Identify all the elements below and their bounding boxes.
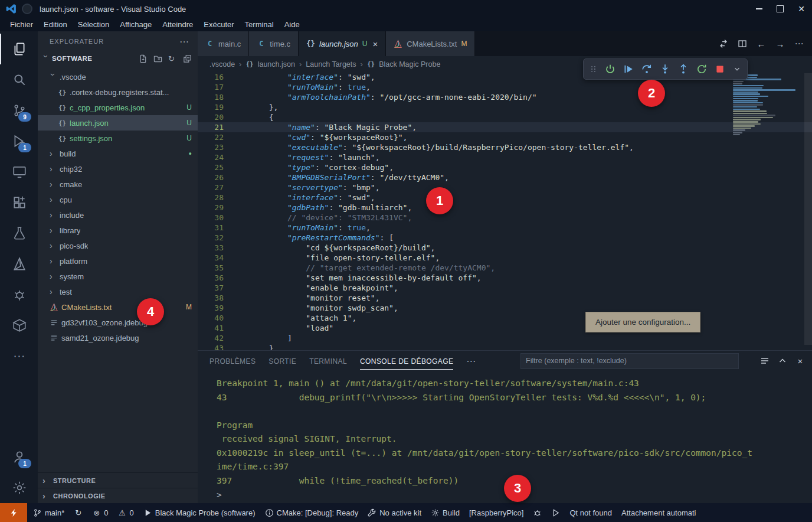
section-header-software[interactable]: › SOFTWARE ↻ xyxy=(38,51,198,66)
tree-item-cpu[interactable]: ›cpu xyxy=(38,192,198,207)
status-item-attachement-automati[interactable]: Attachement automati xyxy=(621,508,696,517)
activitybar-item-bug[interactable] xyxy=(0,279,38,310)
status-item-qt-not-found[interactable]: Qt not found xyxy=(569,508,612,517)
activitybar-item-remote-explorer[interactable] xyxy=(0,156,38,187)
tree-item-system[interactable]: ›system xyxy=(38,269,198,284)
maximize-button[interactable] xyxy=(770,0,791,18)
collapse-all-icon[interactable] xyxy=(183,54,192,63)
status-item-raspberrypico[interactable]: [RaspberryPico] xyxy=(469,508,523,517)
panel-close-icon[interactable]: × xyxy=(795,356,805,366)
activitybar-item-cmake[interactable] xyxy=(0,249,38,279)
tree-item-samd21-ozone-jdebug[interactable]: samd21_ozone.jdebug xyxy=(38,330,198,345)
panel-maximize-icon[interactable] xyxy=(778,356,787,366)
close-button[interactable]: ✕ xyxy=(791,0,812,18)
step-out-icon[interactable] xyxy=(678,64,689,74)
continue-icon[interactable] xyxy=(623,64,634,74)
panel-tab-terminal[interactable]: TERMINAL xyxy=(309,353,347,370)
step-over-icon[interactable] xyxy=(641,64,652,74)
activitybar-item-run-debug[interactable]: 1 xyxy=(0,126,38,156)
remote-indicator[interactable] xyxy=(0,503,27,522)
new-file-icon[interactable] xyxy=(139,54,148,63)
breadcrumb-item-launch-targets[interactable]: Launch Targets xyxy=(306,60,356,68)
section-header-structure[interactable]: ›STRUCTURE xyxy=(38,472,198,488)
status-item-sync[interactable]: ↻ xyxy=(74,508,83,517)
menu-fichier[interactable]: Fichier xyxy=(5,19,38,30)
menu-edition[interactable]: Edition xyxy=(38,19,73,30)
tree-item-test[interactable]: ›test xyxy=(38,284,198,299)
status-item-cmake-debug-ready[interactable]: CMake: [Debug]: Ready xyxy=(265,508,359,517)
tab-main-c[interactable]: Cmain.c xyxy=(198,31,249,56)
section-header-chronologie[interactable]: ›CHRONOLOGIE xyxy=(38,488,198,503)
tree-item-cmakelists-txt[interactable]: CMakeLists.txtM xyxy=(38,299,198,315)
editor-scrollbar[interactable] xyxy=(804,73,812,345)
debug-console-filter-input[interactable] xyxy=(520,353,739,369)
section-label: STRUCTURE xyxy=(53,477,96,484)
tree-item-platform[interactable]: ›platform xyxy=(38,253,198,269)
forward-icon[interactable]: → xyxy=(775,39,785,48)
status-item-bug-sm[interactable] xyxy=(533,508,542,517)
more-h-icon[interactable]: ⋯ xyxy=(794,39,804,48)
status-item-play[interactable] xyxy=(551,508,560,517)
activitybar-item-search[interactable] xyxy=(0,64,38,95)
split-editor-icon[interactable] xyxy=(738,39,747,48)
tree-item-pico-sdk[interactable]: ›pico-sdk xyxy=(38,238,198,253)
restart-icon[interactable] xyxy=(696,64,707,74)
step-into-icon[interactable] xyxy=(660,64,670,74)
tree-item-cmake[interactable]: ›cmake xyxy=(38,177,198,192)
breadcrumb-item-launch-json[interactable]: launch.json xyxy=(258,60,295,68)
status-item-main[interactable]: main* xyxy=(33,508,64,517)
clear-console-icon[interactable] xyxy=(760,356,770,366)
tree-item-library[interactable]: ›library xyxy=(38,223,198,238)
activitybar-item-more[interactable]: ⋯ xyxy=(0,341,38,371)
breadcrumb-item-vscode[interactable]: .vscode xyxy=(209,60,235,68)
compare-icon[interactable] xyxy=(719,39,728,48)
tab-time-c[interactable]: Ctime.c xyxy=(249,31,299,56)
add-configuration-button[interactable]: Ajouter une configuration... xyxy=(585,312,700,332)
back-icon[interactable]: ← xyxy=(757,39,766,48)
tree-item-settings-json[interactable]: {}settings.jsonU xyxy=(38,130,198,146)
chevron-icon[interactable] xyxy=(733,64,741,74)
minimap[interactable] xyxy=(733,74,803,136)
menu-s-lection[interactable]: Sélection xyxy=(73,19,114,30)
activitybar-item-settings[interactable] xyxy=(0,472,38,503)
status-item-0[interactable]: ⊗0 xyxy=(92,508,108,517)
tab-launch-json[interactable]: {}launch.jsonU× xyxy=(299,31,386,56)
status-item-no-active-kit[interactable]: No active kit xyxy=(368,508,421,517)
tree-item-cortex-debug-registers-stat[interactable]: {}.cortex-debug.registers.stat... xyxy=(38,84,198,100)
refresh-icon[interactable]: ↻ xyxy=(168,54,177,63)
tree-item-include[interactable]: ›include xyxy=(38,207,198,223)
code-editor[interactable]: 16 "interface": "swd",17 "runToMain": tr… xyxy=(198,72,812,350)
tree-item-launch-json[interactable]: {}launch.jsonU xyxy=(38,115,198,130)
panel-tab-console-de-d-bogage[interactable]: CONSOLE DE DÉBOGAGE xyxy=(360,353,453,370)
explorer-more-icon[interactable]: ⋯ xyxy=(179,36,189,47)
activitybar-item-source-control[interactable]: 9 xyxy=(0,95,38,126)
menu-affichage[interactable]: Affichage xyxy=(114,19,157,30)
menu-ex-cuter[interactable]: Exécuter xyxy=(198,19,239,30)
power-icon[interactable] xyxy=(605,64,615,74)
stop-icon[interactable] xyxy=(715,64,725,74)
status-item-build[interactable]: Build xyxy=(431,508,460,517)
close-icon[interactable]: × xyxy=(372,39,378,49)
panel-tab-sortie[interactable]: SORTIE xyxy=(269,353,296,370)
panel-more-icon[interactable]: ⋯ xyxy=(466,355,476,367)
activitybar-item-package[interactable] xyxy=(0,310,38,341)
menu-atteindre[interactable]: Atteindre xyxy=(157,19,198,30)
breadcrumb-item-black-magic-probe[interactable]: Black Magic Probe xyxy=(379,60,440,68)
menu-aide[interactable]: Aide xyxy=(279,19,305,30)
new-folder-icon[interactable] xyxy=(153,54,162,63)
activitybar-item-test-beaker[interactable] xyxy=(0,218,38,249)
tree-item-c-cpp-properties-json[interactable]: {}c_cpp_properties.jsonU xyxy=(38,100,198,115)
panel-tab-probl-mes[interactable]: PROBLÈMES xyxy=(209,353,256,370)
tree-item-gd32vf103-ozone-jdebug[interactable]: gd32vf103_ozone.jdebug xyxy=(38,315,198,330)
minimize-button[interactable] xyxy=(748,0,770,18)
tree-item-chip32[interactable]: ›chip32 xyxy=(38,161,198,177)
tree-item-vscode[interactable]: ›.vscode xyxy=(38,69,198,84)
activitybar-item-account[interactable]: 1 xyxy=(0,442,38,472)
tree-item-build[interactable]: ›build● xyxy=(38,146,198,161)
status-item-0[interactable]: ⚠0 xyxy=(117,508,133,517)
activitybar-item-files[interactable] xyxy=(0,34,38,64)
tab-cmakelists-txt[interactable]: CMakeLists.txtM xyxy=(386,31,475,56)
menu-terminal[interactable]: Terminal xyxy=(240,19,279,30)
status-item-black-magic-probe-software[interactable]: Black Magic Probe (software) xyxy=(143,508,256,517)
activitybar-item-extensions[interactable] xyxy=(0,187,38,218)
